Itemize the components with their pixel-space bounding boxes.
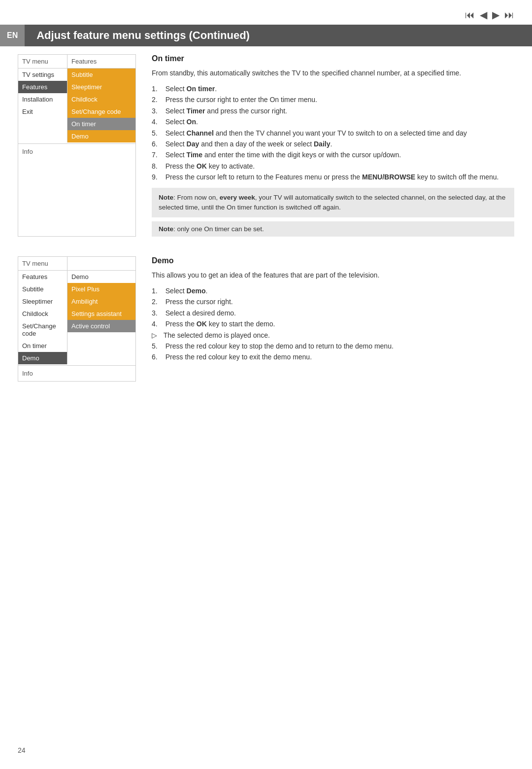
panel-header-1: TV menu Features	[18, 55, 135, 69]
nav-skip-forward-icon[interactable]: ⏭	[504, 9, 514, 21]
menu-item-set-change-2[interactable]: Set/Change code	[18, 320, 67, 340]
menu-item-on-timer-2[interactable]: On timer	[18, 340, 67, 352]
menu-rows-2: Features Subtitle Sleeptimer Childlock S…	[18, 271, 135, 364]
tv-menu-panel-2: TV menu Features Subtitle Sleeptimer Chi…	[18, 256, 136, 382]
menu-item-active-control[interactable]: Active control	[67, 320, 135, 332]
menu-item-subtitle-2[interactable]: Subtitle	[18, 283, 67, 295]
menu-item-settings-assistant[interactable]: Settings assistant	[67, 308, 135, 320]
info-label-1: Info	[18, 143, 135, 159]
menu-item-installation[interactable]: Installation	[18, 93, 67, 105]
panel-header-2: TV menu	[18, 257, 135, 271]
on-timer-title: On timer	[152, 54, 514, 63]
demo-step-4: 4. Press the OK key to start the demo.	[152, 318, 514, 329]
menu-item-childlock-2[interactable]: Childlock	[18, 308, 67, 320]
menu-item-sleeptimer[interactable]: Sleeptimer	[67, 81, 135, 93]
page-title: Adjust feature menu settings (Continued)	[25, 29, 250, 42]
step-7: 7. Select Time and enter the time with t…	[152, 149, 514, 160]
menu-item-subtitle[interactable]: Subtitle	[67, 69, 135, 81]
on-timer-intro: From standby, this automatically switche…	[152, 68, 514, 78]
nav-forward-icon[interactable]: ▶	[492, 9, 499, 21]
menu-item-demo-left[interactable]: Demo	[18, 352, 67, 364]
header-banner: EN Adjust feature menu settings (Continu…	[0, 25, 532, 46]
menu-item-exit[interactable]: Exit	[18, 105, 67, 118]
step-9: 9. Press the cursor left to return to th…	[152, 172, 514, 182]
menu-left-col-2: Features Subtitle Sleeptimer Childlock S…	[18, 271, 67, 364]
main-content: TV menu Features TV settings Features In…	[0, 54, 532, 401]
step-2: 2. Press the cursor right to enter the O…	[152, 94, 514, 105]
menu-item-features-2[interactable]: Features	[18, 271, 67, 283]
menu-rows-1: TV settings Features Installation Exit S…	[18, 69, 135, 142]
step-1: 1. Select On timer.	[152, 83, 514, 94]
nav-back-icon[interactable]: ◀	[480, 9, 487, 21]
menu-item-sleeptimer-2[interactable]: Sleeptimer	[18, 295, 67, 308]
menu-item-ambilight[interactable]: Ambilight	[67, 295, 135, 308]
menu-right-col-1: Subtitle Sleeptimer Childlock Set/Change…	[67, 69, 135, 142]
info-label-2: Info	[18, 365, 135, 381]
demo-steps: 1. Select Demo. 2. Press the cursor righ…	[152, 285, 514, 363]
panel-col2-header-2	[67, 257, 75, 270]
step-4: 4. Select On.	[152, 116, 514, 127]
step-5: 5. Select Channel and then the TV channe…	[152, 128, 514, 139]
section-on-timer: TV menu Features TV settings Features In…	[18, 54, 514, 237]
menu-item-tv-settings[interactable]: TV settings	[18, 69, 67, 81]
menu-demo-header: Demo	[67, 271, 135, 283]
menu-left-col-1: TV settings Features Installation Exit	[18, 69, 67, 142]
demo-step-triangle: ▷ The selected demo is played once.	[152, 330, 514, 341]
menu-item-demo-1[interactable]: Demo	[67, 130, 135, 142]
on-timer-note-main: Note: From now on, every week, your TV w…	[152, 188, 514, 218]
demo-step-1: 1. Select Demo.	[152, 285, 514, 296]
step-6: 6. Select Day and then a day of the week…	[152, 139, 514, 149]
menu-item-on-timer[interactable]: On timer	[67, 118, 135, 130]
menu-right-col-2: Demo Pixel Plus Ambilight Settings assis…	[67, 271, 135, 364]
menu-item-childlock[interactable]: Childlock	[67, 93, 135, 105]
panel-col1-header-2: TV menu	[18, 257, 67, 270]
step-3: 3. Select Timer and press the cursor rig…	[152, 105, 514, 116]
tv-menu-panel-1: TV menu Features TV settings Features In…	[18, 54, 136, 237]
menu-item-set-change-code[interactable]: Set/Change code	[67, 105, 135, 118]
navigation-icons: ⏮ ◀ ▶ ⏭	[465, 9, 514, 21]
on-timer-note-inline: Note: only one On timer can be set.	[152, 221, 514, 237]
on-timer-content: On timer From standby, this automaticall…	[152, 54, 514, 237]
demo-step-3: 3. Select a desired demo.	[152, 308, 514, 318]
language-label: EN	[0, 25, 25, 46]
demo-intro: This allows you to get an idea of the fe…	[152, 270, 514, 280]
section-demo: TV menu Features Subtitle Sleeptimer Chi…	[18, 256, 514, 382]
step-8: 8. Press the OK key to activate.	[152, 161, 514, 172]
demo-step-5: 5. Press the red colour key to stop the …	[152, 341, 514, 351]
menu-item-pixel-plus[interactable]: Pixel Plus	[67, 283, 135, 295]
panel-col2-header: Features	[67, 55, 100, 68]
nav-skip-back-icon[interactable]: ⏮	[465, 9, 475, 21]
on-timer-steps: 1. Select On timer. 2. Press the cursor …	[152, 83, 514, 183]
demo-title: Demo	[152, 256, 514, 265]
demo-step-2: 2. Press the cursor right.	[152, 296, 514, 307]
panel-col1-header: TV menu	[18, 55, 67, 68]
page-number: 24	[18, 746, 26, 754]
demo-step-6: 6. Press the red colour key to exit the …	[152, 351, 514, 362]
menu-item-features[interactable]: Features	[18, 81, 67, 93]
demo-content: Demo This allows you to get an idea of t…	[152, 256, 514, 382]
